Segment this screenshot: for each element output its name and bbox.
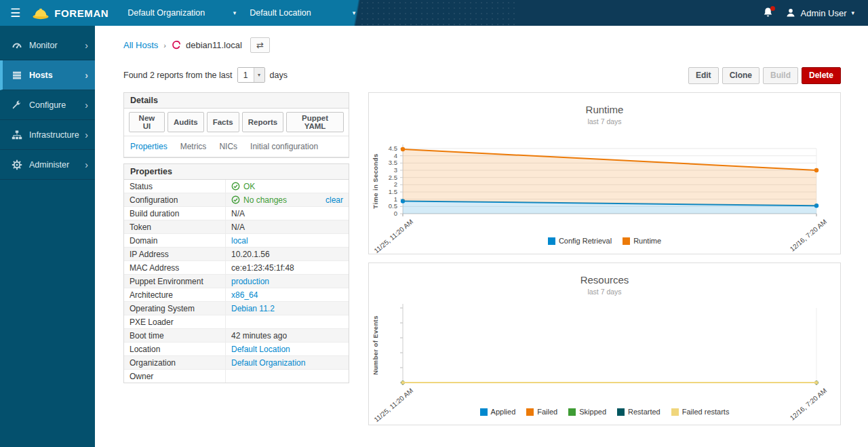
svg-text:Time in Seconds: Time in Seconds bbox=[372, 154, 379, 209]
property-text: N/A bbox=[231, 209, 245, 218]
caret-down-icon: ▾ bbox=[254, 68, 264, 82]
property-text: N/A bbox=[231, 222, 245, 232]
property-value: 10.20.1.56 bbox=[226, 248, 349, 260]
property-label: Location bbox=[124, 343, 226, 355]
clone-button[interactable]: Clone bbox=[722, 67, 760, 84]
property-label: PXE Loader bbox=[124, 315, 226, 328]
property-label: IP Address bbox=[124, 248, 226, 260]
breadcrumb: All Hosts › debian11.local ⇄ bbox=[123, 37, 841, 53]
resources-chart-subtitle: last 7 days bbox=[369, 288, 840, 296]
table-row: Owner bbox=[124, 370, 349, 383]
sitemap-icon bbox=[12, 130, 22, 140]
ok-check-icon bbox=[231, 182, 240, 191]
property-value bbox=[226, 370, 349, 383]
property-value: x86_64 bbox=[226, 288, 349, 301]
sidebar-item-hosts[interactable]: Hosts› bbox=[0, 60, 95, 90]
found-prefix: Found 2 reports from the last bbox=[123, 71, 233, 80]
tab-nics[interactable]: NICs bbox=[219, 142, 237, 151]
tab-metrics[interactable]: Metrics bbox=[180, 142, 207, 151]
sidebar-item-label: Infrastructure bbox=[29, 130, 79, 140]
status-ok-text: OK bbox=[243, 182, 255, 191]
property-link[interactable]: local bbox=[231, 236, 248, 246]
svg-text:3: 3 bbox=[394, 166, 397, 174]
property-link[interactable]: production bbox=[231, 277, 269, 286]
property-value: N/A bbox=[226, 220, 349, 233]
property-link[interactable]: Default Location bbox=[231, 345, 290, 354]
property-text: ce:e1:23:45:1f:48 bbox=[231, 263, 294, 273]
property-value: 42 minutes ago bbox=[226, 329, 349, 342]
table-row: Boot time42 minutes ago bbox=[124, 329, 349, 343]
tab-properties[interactable]: Properties bbox=[130, 142, 167, 151]
sidebar-item-infrastructure[interactable]: Infrastructure› bbox=[0, 120, 95, 150]
edit-button[interactable]: Edit bbox=[688, 67, 719, 84]
table-row: LocationDefault Location bbox=[124, 343, 349, 356]
property-value: OK bbox=[226, 180, 349, 193]
delete-button[interactable]: Delete bbox=[802, 67, 841, 84]
brand-name: FOREMAN bbox=[54, 7, 108, 19]
table-row: MAC Addressce:e1:23:45:1f:48 bbox=[124, 261, 349, 275]
caret-down-icon: ▾ bbox=[851, 9, 854, 16]
property-value: Debian 11.2 bbox=[226, 302, 349, 315]
new-ui-button[interactable]: New UI bbox=[129, 112, 165, 132]
details-action-buttons: New UIAuditsFactsReportsPuppet YAML bbox=[124, 109, 349, 136]
brand-logo[interactable]: FOREMAN bbox=[32, 7, 108, 20]
table-row: IP Address10.20.1.56 bbox=[124, 248, 349, 261]
user-name: Admin User bbox=[801, 8, 847, 18]
sidebar-item-configure[interactable]: Configure› bbox=[0, 90, 95, 120]
found-suffix: days bbox=[270, 71, 288, 80]
gear-icon bbox=[12, 159, 22, 170]
svg-text:12/16, 7:20 AM: 12/16, 7:20 AM bbox=[789, 218, 829, 253]
svg-text:11/25, 11:20 AM: 11/25, 11:20 AM bbox=[373, 387, 415, 423]
property-label: Puppet Environment bbox=[124, 275, 226, 288]
caret-down-icon: ▾ bbox=[233, 9, 237, 16]
notifications-bell[interactable] bbox=[762, 7, 774, 19]
sidebar-item-label: Hosts bbox=[29, 71, 53, 80]
audits-button[interactable]: Audits bbox=[167, 112, 204, 132]
property-label: Build duration bbox=[124, 207, 226, 220]
debian-swirl-icon bbox=[172, 40, 182, 50]
breadcrumb-all-hosts-link[interactable]: All Hosts bbox=[123, 40, 158, 50]
wrench-icon bbox=[12, 100, 22, 111]
switch-host-view-button[interactable]: ⇄ bbox=[250, 37, 270, 53]
days-select[interactable]: 1 ▾ bbox=[237, 67, 265, 83]
build-button: Build bbox=[763, 67, 798, 84]
property-label: Architecture bbox=[124, 288, 226, 301]
svg-text:2.5: 2.5 bbox=[389, 174, 397, 181]
tab-initial-configuration[interactable]: Initial configuration bbox=[250, 142, 318, 151]
status-ok-text: No changes bbox=[243, 195, 287, 205]
property-label: Operating System bbox=[124, 302, 226, 315]
user-menu[interactable]: Admin User ▾ bbox=[785, 7, 854, 18]
facts-button[interactable]: Facts bbox=[207, 112, 239, 132]
hamburger-icon[interactable]: ☰ bbox=[10, 7, 20, 19]
reports-button[interactable]: Reports bbox=[242, 112, 283, 132]
puppet-yaml-button[interactable]: Puppet YAML bbox=[286, 112, 344, 132]
user-icon bbox=[785, 7, 796, 18]
switch-host-view-icon: ⇄ bbox=[256, 40, 264, 50]
host-action-buttons: EditCloneBuildDelete bbox=[688, 67, 841, 84]
details-tabs: PropertiesMetricsNICsInitial configurati… bbox=[124, 136, 349, 157]
org-selector[interactable]: Default Organization ▾ bbox=[127, 8, 236, 18]
resources-chart: 11/25, 11:20 AM12/16, 7:20 AMNumber of E… bbox=[369, 303, 842, 423]
svg-text:4: 4 bbox=[394, 152, 397, 159]
reports-toolbar: Found 2 reports from the last 1 ▾ days E… bbox=[123, 67, 841, 84]
clear-link[interactable]: clear bbox=[326, 195, 343, 205]
property-value: local bbox=[226, 234, 349, 247]
location-selector[interactable]: Default Location ▾ bbox=[250, 8, 355, 18]
property-value: Default Location bbox=[226, 343, 349, 355]
table-row: TokenN/A bbox=[124, 220, 349, 234]
property-text: 10.20.1.56 bbox=[231, 250, 270, 259]
table-row: Puppet Environmentproduction bbox=[124, 275, 349, 288]
sidebar-item-monitor[interactable]: Monitor› bbox=[0, 31, 95, 60]
property-link[interactable]: Default Organization bbox=[231, 358, 305, 368]
sidebar-item-label: Monitor bbox=[29, 41, 58, 50]
property-label: MAC Address bbox=[124, 261, 226, 274]
property-link[interactable]: x86_64 bbox=[231, 290, 258, 300]
table-row: PXE Loader bbox=[124, 315, 349, 329]
sidebar-item-administer[interactable]: Administer› bbox=[0, 150, 95, 180]
charts-column: Runtime last 7 days Config RetrievalRunt… bbox=[368, 92, 841, 433]
runtime-chart-panel: Runtime last 7 days Config RetrievalRunt… bbox=[368, 92, 841, 254]
property-link[interactable]: Debian 11.2 bbox=[231, 304, 275, 313]
days-select-value: 1 bbox=[238, 68, 254, 82]
property-value: N/A bbox=[226, 207, 349, 220]
svg-text:0: 0 bbox=[394, 210, 397, 217]
